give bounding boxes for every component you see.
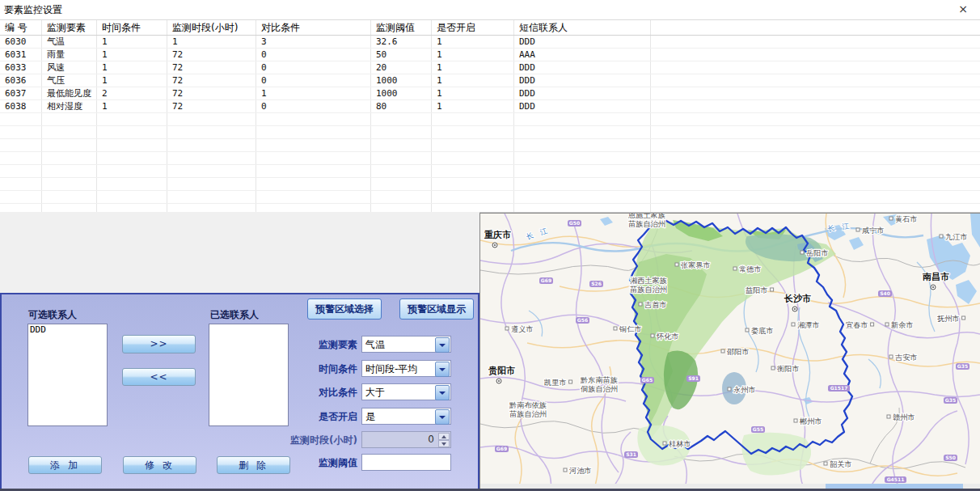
enabled-select[interactable]: 是 — [361, 408, 451, 425]
time-cond-value: 时间段-平均 — [365, 362, 417, 376]
city-label: 怀化市 — [656, 332, 679, 341]
chevron-down-icon[interactable] — [435, 409, 450, 425]
settings-panel: 可选联系人 已选联系人 DDD >> << 预警区域选择 预警区域显示 监测要素… — [0, 293, 479, 491]
table-row[interactable] — [0, 165, 980, 178]
contact-item[interactable]: DDD — [28, 324, 107, 335]
table-cell — [97, 178, 167, 190]
city-marker — [794, 419, 797, 422]
table-cell — [256, 139, 371, 151]
available-contacts-list[interactable]: DDD — [27, 324, 108, 426]
warning-area-select-button[interactable]: 预警区域选择 — [307, 298, 382, 320]
close-icon[interactable]: × — [956, 2, 970, 15]
chevron-down-icon[interactable] — [435, 362, 450, 377]
area-label: 侗族自治州 — [580, 384, 618, 393]
city-marker — [564, 468, 567, 472]
road-badge-label: G35 — [957, 363, 968, 369]
compare-label: 对比条件 — [301, 386, 357, 400]
table-cell — [514, 165, 651, 177]
table-cell: 0 — [256, 49, 371, 61]
table-cell — [97, 165, 167, 177]
time-cond-select[interactable]: 时间段-平均 — [361, 360, 451, 377]
table-cell — [432, 139, 514, 151]
table-cell-filler — [651, 152, 980, 164]
threshold-input[interactable] — [361, 454, 451, 471]
city-marker — [856, 228, 860, 231]
table-row[interactable]: 6036气压172010001DDD — [0, 74, 980, 87]
add-button[interactable]: 添 加 — [28, 456, 102, 474]
table-row[interactable] — [0, 139, 980, 152]
table-cell: 1000 — [371, 74, 432, 87]
city-label: 赣州市 — [893, 413, 915, 421]
table-cell: DDD — [514, 74, 651, 87]
table-cell — [97, 139, 167, 151]
table-cell — [42, 178, 97, 190]
city-marker — [746, 328, 749, 332]
column-header: 是否开启 — [432, 20, 514, 35]
table-cell: 6031 — [0, 49, 42, 61]
selected-contacts-list[interactable] — [209, 324, 289, 426]
table-cell: 6033 — [0, 61, 42, 74]
table-cell — [167, 152, 256, 164]
table-cell — [42, 191, 97, 203]
table-cell — [42, 152, 97, 164]
table-cell: 风速 — [42, 61, 97, 74]
spinner-down-icon[interactable] — [438, 440, 450, 447]
delete-button[interactable]: 删 除 — [217, 456, 290, 474]
table-row[interactable] — [0, 152, 980, 165]
table-row[interactable]: 6037最低能见度272110001DDD — [0, 87, 980, 100]
city-label: 新余市 — [890, 320, 914, 329]
table-cell-filler — [651, 87, 980, 99]
table-cell: DDD — [514, 87, 651, 99]
move-left-button[interactable]: << — [122, 368, 196, 386]
table-row[interactable]: 6031雨量1720501AAA — [0, 49, 980, 61]
warning-area-display-button[interactable]: 预警区域显示 — [399, 298, 474, 320]
column-header: 编 号 — [0, 20, 42, 35]
area-label: 黔南布依族 — [509, 400, 547, 409]
spinner-up-icon[interactable] — [438, 433, 450, 440]
city-label: 韶关市 — [830, 459, 852, 468]
table-row[interactable] — [0, 178, 980, 191]
table-cell: 20 — [371, 61, 432, 74]
table-cell: 72 — [167, 49, 256, 61]
element-select[interactable]: 气温 — [361, 336, 451, 353]
table-cell — [432, 152, 514, 164]
area-label: 湘西土家族 — [630, 276, 667, 285]
table-cell — [514, 139, 651, 151]
table-cell — [514, 178, 651, 190]
table-row[interactable]: 6033风速1720201DDD — [0, 61, 980, 74]
city-marker — [733, 267, 737, 270]
table-row[interactable]: 6030气温11332.61DDD — [0, 36, 980, 49]
city-label: 益阳市 — [746, 286, 768, 294]
table-cell: 1 — [97, 49, 167, 61]
table-cell — [97, 191, 167, 203]
table-cell — [371, 165, 432, 177]
city-marker — [887, 415, 890, 418]
city-marker — [651, 334, 654, 337]
chevron-down-icon[interactable] — [435, 337, 450, 353]
map-canvas[interactable]: G50G69S26G56G65S91G55G1517S40G35G35S50G4… — [479, 213, 980, 491]
table-cell: 1 — [432, 36, 514, 48]
city-marker — [962, 316, 965, 320]
move-right-button[interactable]: >> — [122, 335, 196, 353]
city-label: 咸宁市 — [862, 226, 885, 235]
monitor-table[interactable]: 编 号监测要素时间条件监测时段(小时)对比条件监测阈值是否开启短信联系人6030… — [0, 20, 980, 213]
table-cell — [256, 113, 371, 125]
compare-select[interactable]: 大于 — [361, 383, 451, 400]
city-marker — [871, 323, 874, 326]
major-city-label: 贵阳市 — [488, 366, 515, 376]
table-cell: 72 — [167, 100, 256, 112]
table-cell: 气温 — [42, 36, 97, 48]
table-row[interactable] — [0, 191, 980, 204]
city-marker — [824, 462, 827, 465]
table-cell — [167, 139, 256, 151]
table-row[interactable] — [0, 126, 980, 139]
city-label: 吉安市 — [895, 353, 918, 362]
table-cell: 1 — [432, 49, 514, 61]
modify-button[interactable]: 修 改 — [123, 456, 196, 474]
table-cell-filler — [651, 20, 980, 35]
road-badge-label: G55 — [753, 426, 763, 432]
city-label: 湘潭市 — [797, 320, 820, 329]
chevron-down-icon[interactable] — [435, 385, 450, 400]
table-row[interactable]: 6038相对湿度1720801DDD — [0, 100, 980, 113]
table-row[interactable] — [0, 113, 980, 126]
